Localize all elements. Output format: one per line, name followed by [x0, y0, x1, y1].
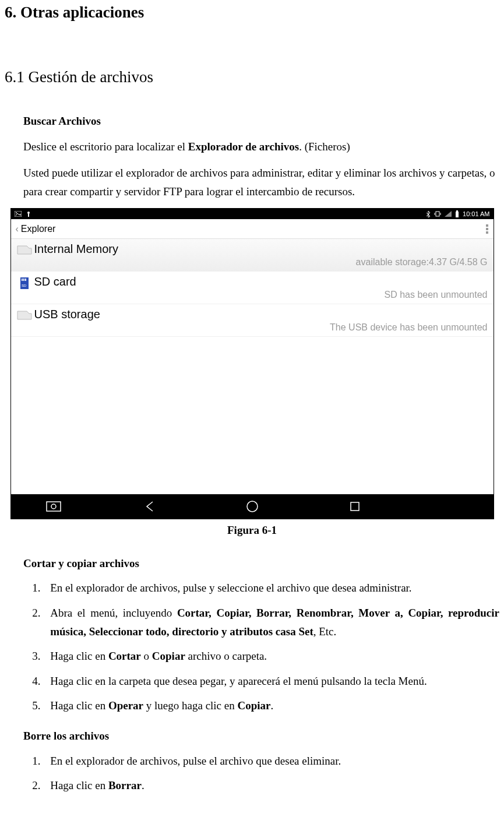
battery-icon	[455, 210, 459, 217]
list-item: Haga clic en la carpeta que desea pegar,…	[43, 672, 499, 691]
bold-fragment: Explorador de archivos	[188, 140, 299, 153]
status-bar-left	[15, 211, 31, 217]
ordered-list-cortar: En el explorador de archivos, pulse y se…	[43, 579, 499, 715]
svg-rect-4	[436, 212, 439, 216]
list-item: Haga clic en Operar y luego haga clic en…	[43, 696, 499, 715]
paragraph: Usted puede utilizar el explorador de ar…	[23, 164, 499, 202]
svg-rect-10	[486, 224, 488, 227]
system-nav-bar	[11, 494, 494, 519]
text-fragment: y luego haga clic en	[143, 699, 237, 712]
text-fragment: Abra el menú, incluyendo	[50, 607, 177, 619]
svg-rect-12	[486, 231, 488, 234]
svg-marker-7	[445, 211, 452, 217]
paragraph: Deslice el escritorio para localizar el …	[23, 138, 499, 156]
screenshot-icon[interactable]	[46, 499, 61, 514]
svg-rect-15	[25, 279, 26, 281]
vibrate-icon	[434, 210, 441, 217]
list-item[interactable]: Internal Memory available storage:4.37 G…	[11, 239, 494, 272]
subheading-borre: Borre los archivos	[23, 727, 499, 745]
app-title-bar: ‹ Explorer	[11, 219, 494, 239]
status-bar-right: 10:01 AM	[426, 210, 489, 217]
bluetooth-icon	[426, 210, 431, 217]
nav-home-icon[interactable]	[245, 499, 260, 514]
ordered-list-borre: En el explorador de archivos, pulse el a…	[43, 752, 499, 796]
list-item[interactable]: USB storage The USB device has been unmo…	[11, 304, 494, 337]
svg-rect-20	[351, 502, 359, 511]
text-fragment: Haga clic en	[50, 650, 108, 662]
text-fragment: .	[142, 779, 144, 791]
memory-icon	[15, 242, 34, 255]
list-item: En el explorador de archivos, pulse y se…	[43, 579, 499, 597]
svg-rect-17	[47, 502, 61, 511]
section-heading-6: 6. Otras aplicaciones	[5, 3, 504, 22]
bold-fragment: Copiar	[237, 699, 270, 712]
list-item: Haga clic en Cortar o Copiar archivo o c…	[43, 647, 499, 666]
text-fragment: .	[270, 699, 273, 712]
bold-fragment: Borrar	[108, 779, 142, 791]
text-fragment: archivo o carpeta.	[185, 650, 267, 662]
list-item: Abra el menú, incluyendo Cortar, Copiar,…	[43, 604, 499, 642]
screenshot-figure: 10:01 AM ‹ Explorer Internal Memory avai…	[10, 208, 494, 519]
bold-fragment: Cortar	[108, 650, 141, 662]
empty-area	[11, 337, 494, 494]
app-title: Explorer	[21, 224, 56, 234]
section-heading-6-1: 6.1 Gestión de archivos	[5, 68, 504, 86]
image-icon	[15, 211, 22, 217]
text-fragment: . (Ficheros)	[299, 140, 350, 153]
row-subtext: The USB device has been unmounted	[34, 322, 488, 333]
text-fragment: Deslice el escritorio para localizar el	[23, 140, 188, 153]
row-title: SD card	[34, 275, 488, 288]
text-fragment: Haga clic en	[50, 779, 108, 791]
status-time: 10:01 AM	[463, 210, 489, 217]
svg-rect-13	[22, 279, 23, 281]
usb-debug-icon	[26, 211, 31, 217]
signal-icon	[445, 211, 452, 217]
svg-rect-14	[23, 279, 24, 281]
list-item: En el explorador de archivos, pulse el a…	[43, 752, 499, 770]
text-fragment: Haga clic en	[50, 699, 108, 712]
nav-back-icon[interactable]	[142, 499, 157, 514]
figure-caption: Figura 6-1	[0, 524, 504, 537]
svg-point-19	[247, 501, 258, 512]
list-item: Haga clic en Borrar.	[43, 776, 499, 795]
back-chevron-icon[interactable]: ‹	[16, 224, 19, 234]
row-subtext: available storage:4.37 G/4.58 G	[34, 257, 488, 268]
text-fragment: o	[141, 650, 152, 662]
svg-point-1	[16, 212, 17, 213]
sd-card-icon: SD	[15, 275, 34, 290]
row-title: Internal Memory	[34, 242, 488, 256]
row-title: USB storage	[34, 308, 488, 321]
svg-rect-8	[456, 212, 459, 217]
list-item[interactable]: SD SD card SD has been unmounted	[11, 272, 494, 304]
svg-rect-11	[486, 228, 488, 230]
subheading-cortar: Cortar y copiar archivos	[23, 554, 499, 573]
text-fragment: , Etc.	[313, 625, 337, 638]
nav-recents-icon[interactable]	[347, 499, 362, 514]
status-bar: 10:01 AM	[11, 209, 494, 219]
usb-storage-icon	[15, 308, 34, 321]
overflow-menu-icon[interactable]	[485, 224, 489, 234]
svg-rect-3	[28, 214, 29, 217]
svg-rect-9	[456, 210, 458, 212]
bold-fragment: Operar	[108, 699, 143, 712]
storage-list: Internal Memory available storage:4.37 G…	[11, 239, 494, 337]
subheading-buscar-archivos: Buscar Archivos	[23, 112, 499, 131]
svg-point-2	[27, 212, 30, 214]
svg-point-18	[51, 504, 56, 509]
row-subtext: SD has been unmounted	[34, 290, 488, 300]
bold-fragment: Copiar	[152, 650, 185, 662]
svg-text:SD: SD	[22, 284, 27, 287]
